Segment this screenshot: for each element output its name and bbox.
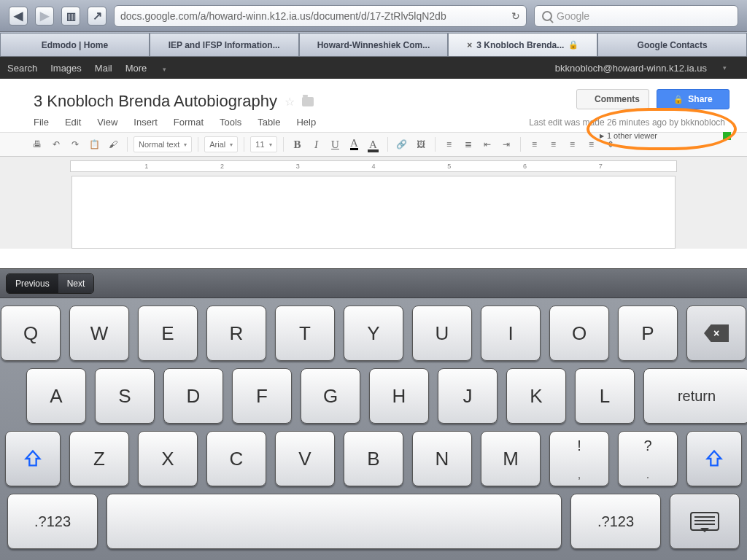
gbar-user[interactable]: bkknobloch@howard-winn.k12.ia.us ▾	[555, 63, 740, 74]
bold-button[interactable]: B	[290, 136, 306, 152]
tab-3[interactable]: × 3 Knobloch Brenda... 🔒	[448, 33, 597, 56]
outdent-button[interactable]: ⇤	[479, 136, 495, 152]
key-k[interactable]: K	[506, 368, 566, 424]
gbar-more[interactable]: More ▾	[125, 63, 179, 74]
menu-file[interactable]: File	[34, 117, 49, 128]
key-space[interactable]	[107, 494, 562, 549]
menu-format[interactable]: Format	[174, 117, 204, 128]
reload-icon[interactable]: ↻	[511, 10, 520, 22]
previous-button[interactable]: Previous	[7, 274, 58, 293]
align-center-button[interactable]: ≡	[546, 136, 562, 152]
doc-title[interactable]: 3 Knobloch Brenda Autobiography	[34, 92, 277, 111]
share-button[interactable]: ↗	[88, 7, 107, 26]
key-numbers-left[interactable]: .?123	[7, 494, 98, 549]
font-size-select[interactable]: 11▾	[250, 136, 276, 152]
paint-format-icon[interactable]: 🖌	[105, 136, 121, 152]
forward-button[interactable]: ▶	[35, 7, 54, 26]
menu-insert[interactable]: Insert	[133, 117, 158, 128]
key-comma[interactable]: !,	[549, 431, 609, 486]
key-e[interactable]: E	[138, 306, 198, 361]
ruler-tick: 6	[523, 163, 527, 170]
close-icon[interactable]: ×	[467, 40, 472, 50]
bulleted-list-button[interactable]: ≣	[460, 136, 476, 152]
key-shift-left[interactable]	[5, 431, 61, 486]
key-h[interactable]: H	[369, 368, 429, 424]
tab-1[interactable]: IEP and IFSP Information...	[150, 33, 299, 56]
key-l[interactable]: L	[575, 368, 635, 424]
gbar-images[interactable]: Images	[50, 63, 82, 74]
star-icon[interactable]: ☆	[285, 95, 295, 109]
edit-status: Last edit was made 26 minutes ago by bkk…	[529, 117, 725, 128]
key-w[interactable]: W	[69, 306, 129, 361]
underline-button[interactable]: U	[328, 136, 344, 152]
gbar-search[interactable]: Search	[7, 63, 37, 74]
gbar-mail[interactable]: Mail	[95, 63, 112, 74]
separator	[283, 137, 284, 152]
tab-2[interactable]: Howard-Winneshiek Com...	[299, 33, 449, 56]
canvas-background	[0, 176, 747, 249]
key-g[interactable]: G	[301, 368, 360, 424]
link-button[interactable]: 🔗	[394, 136, 410, 152]
text-color-button[interactable]: A	[347, 136, 363, 152]
key-shift-right[interactable]	[686, 431, 742, 486]
viewer-indicator[interactable]: ▶ 1 other viewer	[600, 131, 731, 140]
key-j[interactable]: J	[438, 368, 498, 424]
undo-icon[interactable]: ↶	[48, 136, 64, 152]
align-justify-button[interactable]: ≡	[584, 136, 600, 152]
indent-button[interactable]: ⇥	[498, 136, 514, 152]
back-button[interactable]: ◀	[9, 7, 28, 26]
ruler-tick: 3	[296, 163, 300, 170]
key-o[interactable]: O	[549, 306, 609, 361]
highlight-color-button[interactable]: A	[365, 136, 382, 152]
tab-4[interactable]: Google Contacts	[597, 33, 747, 56]
italic-button[interactable]: I	[309, 136, 325, 152]
image-button[interactable]: 🖼	[413, 136, 429, 152]
key-hide-keyboard[interactable]	[670, 494, 740, 549]
redo-icon[interactable]: ↷	[67, 136, 83, 152]
folder-icon[interactable]	[302, 97, 314, 106]
key-u[interactable]: U	[412, 306, 472, 361]
align-left-button[interactable]: ≡	[527, 136, 543, 152]
key-f[interactable]: F	[232, 368, 292, 424]
menu-table[interactable]: Table	[258, 117, 280, 128]
menu-tools[interactable]: Tools	[220, 117, 241, 128]
key-backspace[interactable]: ×	[686, 306, 746, 361]
align-right-button[interactable]: ≡	[565, 136, 581, 152]
key-period[interactable]: ?.	[618, 431, 678, 486]
key-y[interactable]: Y	[344, 306, 403, 361]
menu-help[interactable]: Help	[296, 117, 316, 128]
font-select[interactable]: Arial▾	[204, 136, 238, 152]
key-c[interactable]: C	[206, 431, 266, 486]
key-v[interactable]: V	[275, 431, 335, 486]
clipboard-icon[interactable]: 📋	[86, 136, 102, 152]
paragraph-style-select[interactable]: Normal text▾	[133, 136, 192, 152]
key-z[interactable]: Z	[69, 431, 129, 486]
url-field[interactable]: docs.google.com/a/howard-winn.k12.ia.us/…	[114, 5, 527, 27]
key-a[interactable]: A	[26, 368, 86, 424]
key-m[interactable]: M	[481, 431, 541, 486]
key-n[interactable]: N	[412, 431, 472, 486]
menu-edit[interactable]: Edit	[65, 117, 81, 128]
comments-button[interactable]: Comments	[576, 89, 649, 109]
docs-app: 3 Knobloch Brenda Autobiography ☆ Commen…	[0, 79, 747, 268]
key-d[interactable]: D	[163, 368, 223, 424]
key-r[interactable]: R	[206, 306, 266, 361]
key-t[interactable]: T	[275, 306, 335, 361]
print-icon[interactable]: 🖶	[29, 136, 45, 152]
key-return[interactable]: return	[643, 368, 747, 424]
key-x[interactable]: X	[138, 431, 198, 486]
menu-view[interactable]: View	[97, 117, 117, 128]
key-numbers-right[interactable]: .?123	[570, 494, 661, 549]
key-b[interactable]: B	[344, 431, 403, 486]
key-p[interactable]: P	[618, 306, 678, 361]
bookmarks-button[interactable]: ▥	[61, 7, 80, 26]
tab-0[interactable]: Edmodo | Home	[0, 33, 150, 56]
numbered-list-button[interactable]: ≡	[441, 136, 457, 152]
search-field[interactable]: Google	[534, 5, 738, 27]
key-i[interactable]: I	[481, 306, 541, 361]
document-page[interactable]	[71, 176, 676, 249]
key-q[interactable]: Q	[1, 306, 61, 361]
key-s[interactable]: S	[95, 368, 155, 424]
share-button[interactable]: 🔒Share	[657, 89, 729, 109]
next-button[interactable]: Next	[58, 274, 94, 293]
